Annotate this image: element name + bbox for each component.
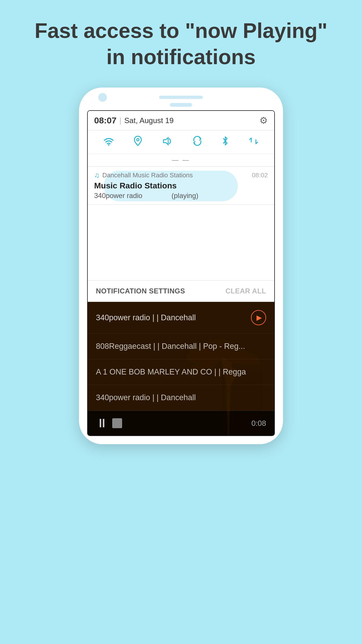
phone-mockup-wrapper: 08:07 | Sat, August 19 ⚙ xyxy=(0,88,362,444)
list-item-text: 340power radio | | Dancehall xyxy=(96,313,251,322)
notification-time: 08:02 xyxy=(252,172,268,179)
list-item[interactable]: 340power radio | | Dancehall ▶ xyxy=(88,302,274,334)
play-button[interactable]: ▶ xyxy=(251,310,266,325)
location-icon[interactable] xyxy=(133,136,142,148)
gear-icon[interactable]: ⚙ xyxy=(259,115,268,126)
phone-screen: 08:07 | Sat, August 19 ⚙ xyxy=(87,110,275,436)
wifi-icon[interactable] xyxy=(103,136,114,148)
play-icon: ▶ xyxy=(256,314,262,322)
speaker-bar xyxy=(159,96,203,99)
app-content-area: 340power radio | | Dancehall ▶ 808Reggae… xyxy=(88,302,274,435)
bluetooth-icon[interactable] xyxy=(222,136,229,148)
pause-button[interactable]: ⏸ xyxy=(96,416,107,430)
camera-dot xyxy=(98,93,107,102)
phone-top-bar xyxy=(87,96,275,99)
list-item-text: A 1 ONE BOB MARLEY AND CO | | Regga xyxy=(96,368,246,377)
data-transfer-icon[interactable] xyxy=(248,136,259,148)
svg-marker-2 xyxy=(164,138,168,145)
notification-station: 340power radio xyxy=(94,192,142,200)
notification-title: Music Radio Stations xyxy=(94,181,268,190)
notification-playing-status: (playing) xyxy=(171,192,198,200)
volume-icon[interactable] xyxy=(162,136,173,148)
status-date: Sat, August 19 xyxy=(124,116,174,125)
svg-point-1 xyxy=(137,139,139,141)
player-controls: ⏸ xyxy=(96,416,122,430)
music-note-icon: ♫ xyxy=(94,171,99,179)
home-indicator xyxy=(170,103,192,107)
status-bar: 08:07 | Sat, August 19 ⚙ xyxy=(88,111,274,130)
notification-status-spacer xyxy=(144,192,170,200)
page-title: Fast access to "now Playing" in notifica… xyxy=(23,18,339,70)
list-item[interactable]: 340power radio | | Dancehall xyxy=(88,385,274,411)
notification-settings-button[interactable]: NOTIFICATION SETTINGS xyxy=(96,287,185,295)
notification-header: ♫ Dancehall Music Radio Stations 08:02 xyxy=(94,171,268,179)
stop-button[interactable] xyxy=(112,418,122,428)
notification-app-name: Dancehall Music Radio Stations xyxy=(102,172,249,179)
sync-icon[interactable] xyxy=(192,136,203,148)
empty-notification-area xyxy=(88,205,274,281)
clear-all-button[interactable]: CLEAR ALL xyxy=(225,287,266,295)
header-section: Fast access to "now Playing" in notifica… xyxy=(0,0,362,79)
notification-card[interactable]: ♫ Dancehall Music Radio Stations 08:02 M… xyxy=(88,167,274,205)
list-item[interactable]: 808Reggaecast | | Dancehall | Pop - Reg.… xyxy=(88,334,274,359)
status-divider: | xyxy=(120,116,122,125)
quick-settings-row xyxy=(88,130,274,154)
drag-handle: — — xyxy=(88,154,274,167)
status-time: 08:07 xyxy=(94,116,117,125)
svg-point-0 xyxy=(108,144,110,146)
list-item[interactable]: A 1 ONE BOB MARLEY AND CO | | Regga xyxy=(88,359,274,385)
notification-subtitle: 340power radio (playing) xyxy=(94,192,268,200)
phone-outer: 08:07 | Sat, August 19 ⚙ xyxy=(79,88,283,444)
list-item-text: 808Reggaecast | | Dancehall | Pop - Reg.… xyxy=(96,342,245,351)
list-item-text: 340power radio | | Dancehall xyxy=(96,393,196,402)
notification-bottom-bar: NOTIFICATION SETTINGS CLEAR ALL xyxy=(88,281,274,302)
app-list: 340power radio | | Dancehall ▶ 808Reggae… xyxy=(88,302,274,411)
